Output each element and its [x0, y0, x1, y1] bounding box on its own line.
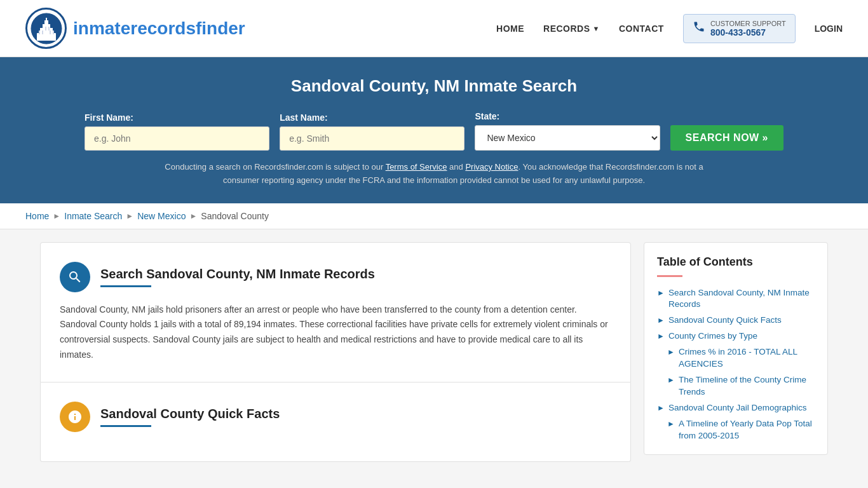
- customer-support: CUSTOMER SUPPORT 800-433-0567: [683, 14, 796, 43]
- search-row: First Name: Last Name: State: New Mexico…: [85, 111, 783, 151]
- tos-link[interactable]: Terms of Service: [386, 162, 447, 172]
- svg-rect-5: [46, 18, 47, 22]
- chevron-right-icon: ►: [667, 376, 675, 384]
- toc-link[interactable]: Search Sandoval County, NM Inmate Record…: [668, 287, 815, 311]
- inmate-records-section: Search Sandoval County, NM Inmate Record…: [40, 242, 631, 383]
- section-header-facts: Sandoval County Quick Facts: [60, 402, 611, 432]
- hero-section: Sandoval County, NM Inmate Search First …: [0, 57, 868, 203]
- logo-text-bold: finder: [196, 18, 245, 38]
- breadcrumb-inmate-search[interactable]: Inmate Search: [64, 211, 122, 221]
- search-section-icon: [60, 262, 90, 292]
- breadcrumb: Home ► Inmate Search ► New Mexico ► Sand…: [0, 203, 868, 229]
- logo-text: inmaterecordsfinder: [73, 18, 245, 39]
- breadcrumb-state[interactable]: New Mexico: [137, 211, 186, 221]
- main-nav: HOME RECORDS ▼ CONTACT CUSTOMER SUPPORT …: [496, 14, 843, 43]
- support-text: CUSTOMER SUPPORT 800-433-0567: [710, 20, 786, 37]
- search-section-text: Sandoval County, NM jails hold prisoners…: [60, 302, 611, 363]
- logo-area: inmaterecordsfinder: [25, 8, 245, 49]
- content-area: Search Sandoval County, NM Inmate Record…: [40, 242, 631, 462]
- breadcrumb-sep-2: ►: [126, 212, 133, 220]
- toc-list: ►Search Sandoval County, NM Inmate Recor…: [657, 287, 815, 442]
- phone-icon: [693, 20, 705, 36]
- svg-rect-8: [45, 27, 46, 30]
- facts-section-underline: [100, 425, 151, 427]
- chevron-right-icon: ►: [667, 419, 675, 428]
- state-select[interactable]: New Mexico: [475, 125, 660, 151]
- first-name-label: First Name:: [85, 112, 269, 123]
- toc-item: ►A Timeline of Yearly Data Pop Total fro…: [657, 418, 815, 442]
- facts-section-icon: [60, 402, 90, 432]
- chevron-down-icon: ▼: [593, 25, 600, 32]
- svg-rect-9: [48, 27, 50, 30]
- toc-link[interactable]: County Crimes by Type: [668, 330, 757, 342]
- section-header-search: Search Sandoval County, NM Inmate Record…: [60, 262, 611, 292]
- quick-facts-section: Sandoval County Quick Facts: [40, 383, 631, 462]
- toc-item: ►Sandoval County Quick Facts: [657, 315, 815, 327]
- nav-records[interactable]: RECORDS ▼: [543, 24, 600, 34]
- breadcrumb-home[interactable]: Home: [25, 211, 49, 221]
- chevron-right-icon: ►: [657, 316, 665, 325]
- chevron-right-icon: ►: [667, 348, 675, 356]
- first-name-input[interactable]: [85, 126, 269, 151]
- svg-rect-10: [50, 30, 51, 34]
- toc-item: ►Crimes % in 2016 - TOTAL ALL AGENCIES: [657, 346, 815, 370]
- state-field: State: New Mexico: [475, 111, 660, 151]
- last-name-input[interactable]: [280, 126, 465, 151]
- toc-item: ►Sandoval County Jail Demographics: [657, 402, 815, 414]
- privacy-link[interactable]: Privacy Notice: [465, 162, 518, 172]
- sidebar: Table of Contents ►Search Sandoval Count…: [644, 242, 828, 462]
- toc-item: ►The Timeline of the County Crime Trends: [657, 374, 815, 398]
- toc-title: Table of Contents: [657, 255, 815, 269]
- breadcrumb-sep-1: ►: [53, 212, 60, 220]
- toc-item: ►Search Sandoval County, NM Inmate Recor…: [657, 287, 815, 311]
- toc-link[interactable]: Sandoval County Jail Demographics: [668, 402, 807, 414]
- header: inmaterecordsfinder HOME RECORDS ▼ CONTA…: [0, 0, 868, 57]
- toc-box: Table of Contents ►Search Sandoval Count…: [644, 242, 828, 456]
- nav-home[interactable]: HOME: [496, 24, 524, 34]
- toc-item: ►County Crimes by Type: [657, 330, 815, 342]
- facts-section-title-wrap: Sandoval County Quick Facts: [100, 407, 280, 427]
- search-section-body: Sandoval County, NM jails hold prisoners…: [60, 302, 611, 363]
- support-label: CUSTOMER SUPPORT: [710, 20, 786, 27]
- toc-link[interactable]: Crimes % in 2016 - TOTAL ALL AGENCIES: [679, 346, 815, 370]
- search-section-underline: [100, 285, 151, 287]
- chevron-right-icon: ►: [657, 288, 665, 297]
- toc-link[interactable]: Sandoval County Quick Facts: [668, 315, 782, 327]
- svg-rect-11: [53, 30, 54, 34]
- last-name-label: Last Name:: [280, 112, 465, 123]
- hero-title: Sandoval County, NM Inmate Search: [25, 76, 843, 96]
- support-number: 800-433-0567: [710, 27, 786, 37]
- toc-underline: [657, 275, 682, 277]
- toc-link[interactable]: The Timeline of the County Crime Trends: [679, 374, 815, 398]
- svg-rect-6: [39, 30, 40, 34]
- chevron-right-icon: ►: [657, 332, 665, 341]
- state-label: State:: [475, 111, 660, 121]
- breadcrumb-sep-3: ►: [189, 212, 197, 220]
- last-name-field: Last Name:: [280, 112, 465, 151]
- logo-icon: [25, 8, 67, 49]
- search-section-title: Search Sandoval County, NM Inmate Record…: [100, 267, 375, 281]
- search-button[interactable]: SEARCH NOW »: [670, 125, 783, 151]
- nav-contact[interactable]: CONTACT: [619, 24, 664, 34]
- toc-link[interactable]: A Timeline of Yearly Data Pop Total from…: [679, 418, 815, 442]
- chevron-right-icon: ►: [657, 403, 665, 412]
- svg-rect-7: [42, 30, 43, 34]
- search-section-title-wrap: Search Sandoval County, NM Inmate Record…: [100, 267, 375, 287]
- first-name-field: First Name:: [85, 112, 269, 151]
- disclaimer-text: Conducting a search on Recordsfinder.com…: [148, 161, 720, 187]
- main-content: Search Sandoval County, NM Inmate Record…: [15, 229, 853, 475]
- login-button[interactable]: LOGIN: [815, 24, 843, 34]
- logo-text-plain: inmaterecords: [73, 18, 196, 38]
- breadcrumb-county: Sandoval County: [201, 211, 269, 221]
- facts-section-title: Sandoval County Quick Facts: [100, 407, 280, 421]
